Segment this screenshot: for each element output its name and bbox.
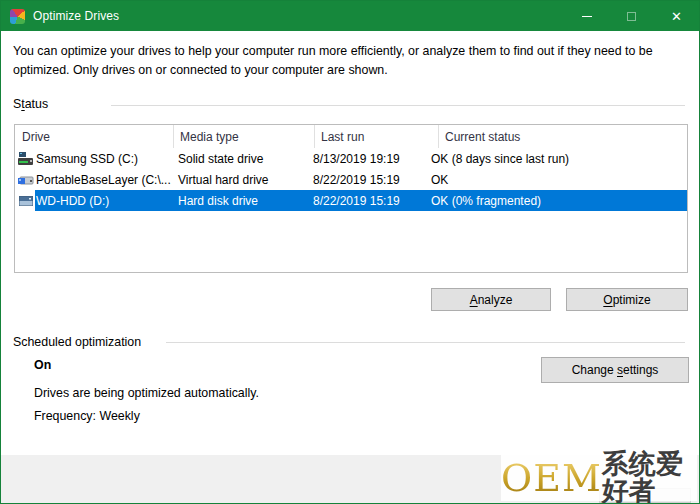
column-header-last-run[interactable]: Last run: [315, 125, 439, 148]
media-type: Solid state drive: [172, 152, 307, 166]
current-status: OK: [425, 173, 687, 187]
close-icon: ✕: [671, 10, 682, 23]
status-group-separator: [111, 105, 685, 106]
analyze-button[interactable]: Analyze: [431, 288, 551, 311]
watermark: OEM 系统爱好者: [501, 455, 697, 501]
media-type: Virtual hard drive: [172, 173, 307, 187]
status-group-label: Status: [13, 97, 48, 111]
drive-name: Samsung SSD (C:): [34, 152, 172, 166]
last-run: 8/22/2019 15:19: [307, 173, 425, 187]
current-status: OK (8 days since last run): [425, 152, 687, 166]
last-run: 8/13/2019 19:19: [307, 152, 425, 166]
maximize-icon: [627, 12, 636, 21]
schedule-state: On: [34, 358, 51, 372]
drive-name: PortableBaseLayer (C:\...: [34, 173, 172, 187]
maximize-button[interactable]: [609, 1, 654, 31]
scheduled-group-separator: [166, 342, 685, 343]
column-header-drive[interactable]: Drive: [15, 125, 174, 148]
window-controls: ✕: [564, 1, 699, 31]
watermark-cjk: 系统爱好者: [602, 451, 695, 504]
media-type: Hard disk drive: [172, 194, 307, 208]
titlebar: Optimize Drives ✕: [1, 1, 699, 31]
schedule-frequency: Frequency: Weekly: [34, 409, 140, 423]
table-row-wd-hdd-selected[interactable]: WD-HDD (D:) Hard disk drive 8/22/2019 15…: [15, 190, 687, 211]
optimize-drives-app-icon[interactable]: [10, 9, 25, 24]
drive-name: WD-HDD (D:): [34, 194, 172, 208]
change-settings-button[interactable]: Change settings: [541, 357, 689, 383]
last-run: 8/22/2019 15:19: [307, 194, 425, 208]
scheduled-optimization-label: Scheduled optimization: [13, 335, 141, 349]
description-text: You can optimize your drives to help you…: [13, 42, 681, 80]
minimize-button[interactable]: [564, 1, 609, 31]
current-status: OK (0% fragmented): [425, 194, 687, 208]
close-button[interactable]: ✕: [654, 1, 699, 31]
virtual-drive-icon: [18, 172, 34, 188]
drives-table-header: Drive Media type Last run Current status: [15, 125, 687, 148]
watermark-latin: OEM: [501, 459, 602, 497]
minimize-icon: [582, 16, 592, 17]
optimize-drives-window: Optimize Drives ✕ You can optimize your …: [0, 0, 700, 504]
drives-table: Drive Media type Last run Current status…: [14, 124, 688, 273]
table-row-samsung-ssd[interactable]: Samsung SSD (C:) Solid state drive 8/13/…: [15, 148, 687, 169]
column-header-current-status[interactable]: Current status: [439, 125, 687, 148]
schedule-detail: Drives are being optimized automatically…: [34, 386, 259, 400]
column-header-media-type[interactable]: Media type: [174, 125, 315, 148]
ssd-drive-icon: [18, 151, 34, 167]
hdd-drive-icon: [18, 193, 34, 209]
window-title: Optimize Drives: [33, 9, 119, 23]
table-row-portablebaselayer[interactable]: PortableBaseLayer (C:\... Virtual hard d…: [15, 169, 687, 190]
optimize-button[interactable]: Optimize: [566, 288, 688, 311]
